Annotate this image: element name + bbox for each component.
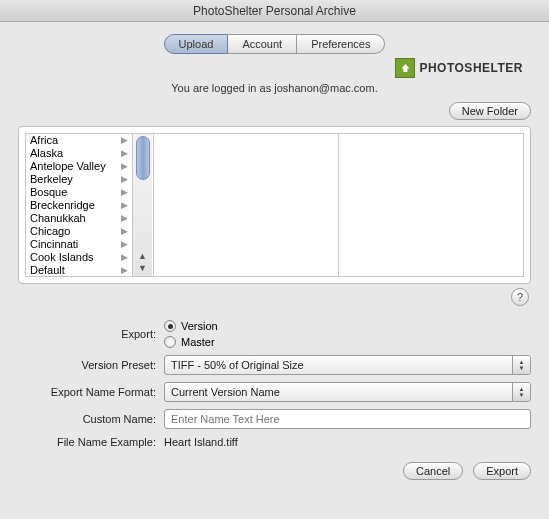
list-item: Chicago▶ [26, 225, 132, 238]
export-button[interactable]: Export [473, 462, 531, 480]
tab-account[interactable]: Account [228, 34, 297, 54]
chevron-right-icon: ▶ [121, 212, 128, 225]
file-name-example-label: File Name Example: [18, 436, 156, 448]
list-item: Antelope Valley▶ [26, 160, 132, 173]
radio-label: Master [181, 336, 215, 348]
export-name-format-label: Export Name Format: [18, 386, 156, 398]
list-item: Cincinnati▶ [26, 238, 132, 251]
radio-icon [164, 320, 176, 332]
brand-text: PHOTOSHELTER [419, 61, 523, 75]
export-name-format-select[interactable]: Current Version Name ▲▼ [164, 382, 531, 402]
select-value: TIFF - 50% of Original Size [165, 359, 512, 371]
chevron-right-icon: ▶ [121, 264, 128, 276]
scroll-thumb[interactable] [136, 136, 150, 180]
window-body: Upload Account Preferences PHOTOSHELTER … [0, 22, 549, 494]
export-radios: Version Master [164, 320, 531, 348]
chevron-right-icon: ▶ [121, 147, 128, 160]
custom-name-input[interactable] [164, 409, 531, 429]
export-radio-master[interactable]: Master [164, 336, 531, 348]
folder-column-3[interactable] [339, 134, 523, 276]
scrollbar[interactable]: ▲ ▼ [132, 134, 152, 276]
export-form: Export: Version Master Version Preset: T… [18, 320, 531, 448]
chevron-right-icon: ▶ [121, 134, 128, 147]
select-value: Current Version Name [165, 386, 512, 398]
help-button[interactable]: ? [511, 288, 529, 306]
photoshelter-logo-icon [395, 58, 415, 78]
radio-label: Version [181, 320, 218, 332]
list-item: Chanukkah▶ [26, 212, 132, 225]
radio-icon [164, 336, 176, 348]
brand-row: PHOTOSHELTER [18, 58, 523, 78]
tab-preferences[interactable]: Preferences [297, 34, 385, 54]
scroll-down-icon[interactable]: ▼ [136, 262, 150, 274]
window-title: PhotoShelter Personal Archive [0, 0, 549, 22]
footer-buttons: Cancel Export [18, 462, 531, 480]
export-radio-version[interactable]: Version [164, 320, 531, 332]
login-status: You are logged in as joshanon@mac.com. [18, 82, 531, 94]
chevron-right-icon: ▶ [121, 173, 128, 186]
export-label: Export: [18, 328, 156, 340]
list-item: Africa▶ [26, 134, 132, 147]
scroll-up-icon[interactable]: ▲ [136, 250, 150, 262]
tab-upload[interactable]: Upload [164, 34, 229, 54]
updown-arrows-icon: ▲▼ [512, 356, 530, 374]
list-item: Default▶ [26, 264, 132, 276]
chevron-right-icon: ▶ [121, 160, 128, 173]
column-view: Africa▶ Alaska▶ Antelope Valley▶ Berkele… [25, 133, 524, 277]
list-item: Berkeley▶ [26, 173, 132, 186]
list-item: Bosque▶ [26, 186, 132, 199]
folder-column-1: Africa▶ Alaska▶ Antelope Valley▶ Berkele… [26, 134, 154, 276]
list-item: Alaska▶ [26, 147, 132, 160]
chevron-right-icon: ▶ [121, 199, 128, 212]
folder-browser: Africa▶ Alaska▶ Antelope Valley▶ Berkele… [18, 126, 531, 284]
list-item: Cook Islands▶ [26, 251, 132, 264]
cancel-button[interactable]: Cancel [403, 462, 463, 480]
updown-arrows-icon: ▲▼ [512, 383, 530, 401]
tab-bar: Upload Account Preferences [18, 34, 531, 54]
folder-list[interactable]: Africa▶ Alaska▶ Antelope Valley▶ Berkele… [26, 134, 132, 276]
folder-column-2[interactable] [154, 134, 339, 276]
chevron-right-icon: ▶ [121, 225, 128, 238]
custom-name-label: Custom Name: [18, 413, 156, 425]
chevron-right-icon: ▶ [121, 238, 128, 251]
list-item: Breckenridge▶ [26, 199, 132, 212]
version-preset-label: Version Preset: [18, 359, 156, 371]
chevron-right-icon: ▶ [121, 251, 128, 264]
version-preset-select[interactable]: TIFF - 50% of Original Size ▲▼ [164, 355, 531, 375]
chevron-right-icon: ▶ [121, 186, 128, 199]
file-name-example-value: Heart Island.tiff [164, 436, 531, 448]
new-folder-button[interactable]: New Folder [449, 102, 531, 120]
